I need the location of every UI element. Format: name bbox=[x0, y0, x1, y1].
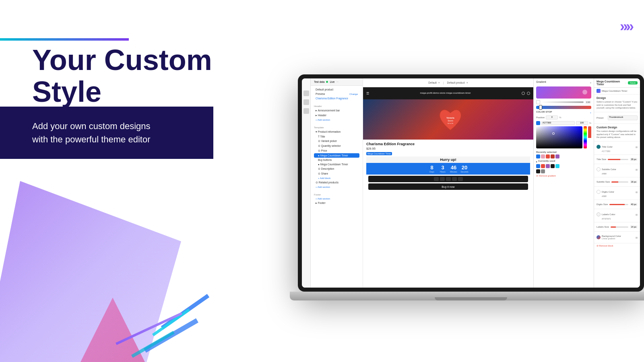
announcement-bar-item[interactable]: ▸ Announcement bar bbox=[314, 108, 359, 113]
sidebar-icon-3[interactable] bbox=[303, 108, 309, 114]
product-name-item: Charisma Edition Fragrance bbox=[314, 96, 359, 101]
product-info: Charisma Edition Fragrance $29.95 Mega C… bbox=[363, 140, 533, 193]
add-section-header[interactable]: + Add section bbox=[314, 118, 359, 122]
used-swatch-1[interactable] bbox=[536, 164, 540, 168]
laptop-base bbox=[290, 292, 644, 300]
footer-item[interactable]: ▸ Footer bbox=[314, 201, 359, 206]
title-item[interactable]: T Title bbox=[314, 134, 359, 139]
digits-color-dot[interactable] bbox=[597, 190, 601, 194]
main-title: Your Custom Style bbox=[32, 44, 225, 108]
seconds-cell: 20 Seconds bbox=[460, 165, 470, 173]
header-item[interactable]: ▸ Header bbox=[314, 113, 359, 118]
sidebar-icon-1[interactable] bbox=[303, 90, 309, 96]
title-size-section: Title Size 28 px bbox=[594, 155, 640, 164]
add-section-template[interactable]: + Add section bbox=[314, 185, 359, 189]
used-swatch-4[interactable] bbox=[551, 164, 555, 168]
used-swatch-2[interactable] bbox=[541, 164, 545, 168]
opacity-bar[interactable] bbox=[541, 101, 584, 103]
title-size-slider[interactable] bbox=[608, 159, 628, 160]
cart-icon[interactable] bbox=[527, 92, 530, 95]
change-link[interactable]: Change bbox=[349, 93, 358, 95]
default-product-item[interactable]: Default product bbox=[314, 87, 359, 92]
buy-buttons-item[interactable]: Buy buttons bbox=[314, 158, 359, 162]
swatch-gray[interactable] bbox=[541, 169, 545, 173]
digits-size-slider[interactable] bbox=[609, 204, 628, 205]
action-btn-5[interactable] bbox=[458, 177, 463, 181]
sidebar-icon-2[interactable] bbox=[303, 99, 309, 105]
product-info-item[interactable]: ▾ Product information bbox=[314, 130, 359, 134]
quantity-selector-item[interactable]: ⊙ Quantity selector bbox=[314, 144, 359, 148]
price-item[interactable]: ⊙ Price bbox=[314, 148, 359, 153]
mega-countdown-item[interactable]: ● Mega Countdown Timer bbox=[314, 153, 359, 158]
action-btn-4[interactable] bbox=[452, 177, 457, 181]
save-button[interactable]: Save bbox=[628, 81, 638, 84]
subtitle-size-value: 16 px bbox=[630, 180, 638, 183]
remove-gradient-btn[interactable]: ⊘ Remove gradient bbox=[536, 175, 591, 177]
color-preview-dot[interactable] bbox=[536, 121, 540, 125]
digits-size-value: 40 px bbox=[630, 203, 638, 206]
live-label: Live bbox=[330, 80, 334, 83]
subtitle-color-dot[interactable] bbox=[597, 167, 601, 171]
chevron-icon[interactable]: »» bbox=[620, 18, 632, 35]
days-cell: 8 Days bbox=[427, 165, 437, 173]
used-swatch-5[interactable] bbox=[555, 164, 559, 168]
countdown-banner-label: Mega Countdown Timer bbox=[366, 152, 392, 155]
swatch-dark-red[interactable] bbox=[551, 154, 555, 158]
gradient-preview[interactable] bbox=[536, 86, 591, 99]
related-products-item[interactable]: ⊙ Related products bbox=[314, 180, 359, 185]
gradient-stop[interactable] bbox=[539, 105, 542, 110]
gradient-bar[interactable] bbox=[536, 106, 591, 109]
gradient-label: Gradient bbox=[536, 80, 546, 83]
buy-button[interactable]: Buy it now bbox=[368, 183, 528, 190]
share-item[interactable]: ⊙ Share bbox=[314, 171, 359, 176]
preset-section: Preset Thunderstruck bbox=[594, 112, 640, 124]
preset-select[interactable]: Thunderstruck bbox=[608, 115, 638, 120]
action-bar bbox=[368, 176, 528, 182]
title-color-label: Title Color bbox=[602, 146, 613, 148]
swatch-pink-light[interactable] bbox=[541, 154, 545, 158]
hue-bar[interactable] bbox=[584, 126, 587, 148]
white-swatch[interactable] bbox=[536, 100, 540, 104]
title-size-value: 28 px bbox=[630, 158, 638, 161]
app-subtitle: Mega Countdown Timer bbox=[602, 90, 627, 92]
subtitle-size-slider[interactable] bbox=[611, 181, 628, 183]
description-item[interactable]: ⊙ Description bbox=[314, 167, 359, 171]
design-title: Design bbox=[597, 97, 638, 99]
labels-color-dot[interactable] bbox=[597, 212, 601, 216]
swatch-purple[interactable] bbox=[555, 154, 559, 158]
default-product-label[interactable]: Default product bbox=[447, 81, 465, 84]
hex-input[interactable]: #177300 bbox=[541, 121, 575, 125]
opacity-value: 130 bbox=[585, 101, 591, 104]
action-btn-3[interactable] bbox=[446, 177, 451, 181]
editor-ui: Test data Live ··· Default product Previ… bbox=[302, 78, 640, 288]
remove-block-btn[interactable]: ⊘ Remove block bbox=[594, 243, 640, 248]
swatch-black[interactable] bbox=[536, 169, 540, 173]
swatch-red[interactable] bbox=[546, 154, 550, 158]
default-label[interactable]: Default bbox=[428, 81, 437, 84]
recently-selected-label: Recently selected bbox=[536, 151, 591, 153]
bg-color-dot[interactable] bbox=[597, 235, 601, 239]
nav-header: Test data Live ··· bbox=[311, 78, 363, 86]
used-swatch-3[interactable] bbox=[546, 164, 550, 168]
swatch-blue[interactable] bbox=[536, 154, 540, 158]
action-btn-2[interactable] bbox=[440, 177, 445, 181]
sidebar-icons bbox=[302, 78, 311, 288]
currently-used-label: Currently used bbox=[538, 160, 555, 162]
countdown-badge: Mega Countdown Timer bbox=[366, 152, 530, 156]
position-input[interactable]: 0 bbox=[546, 115, 558, 119]
add-section-footer[interactable]: + Add section bbox=[314, 197, 359, 201]
add-block-item[interactable]: + Add block bbox=[314, 176, 359, 180]
alpha-bar[interactable] bbox=[588, 126, 591, 150]
subtitle-size-label: Subtitle Size bbox=[597, 181, 610, 183]
title-color-dot[interactable] bbox=[597, 145, 601, 149]
variant-picker-item[interactable]: ⊙ Variant picker bbox=[314, 139, 359, 144]
labels-size-section: Labels Size 14 px bbox=[594, 222, 640, 232]
search-icon[interactable] bbox=[522, 92, 525, 95]
percent-input[interactable]: 100 bbox=[576, 121, 588, 125]
color-picker[interactable] bbox=[536, 126, 582, 148]
subtitle-size-row: Subtitle Size 16 px bbox=[597, 180, 638, 183]
labels-size-slider[interactable] bbox=[611, 226, 628, 228]
digits-color-label: Digits Color bbox=[602, 191, 614, 193]
mega-countdown-2-item[interactable]: ● Mega Countdown Timer bbox=[314, 162, 359, 167]
action-btn-1[interactable] bbox=[434, 177, 439, 181]
